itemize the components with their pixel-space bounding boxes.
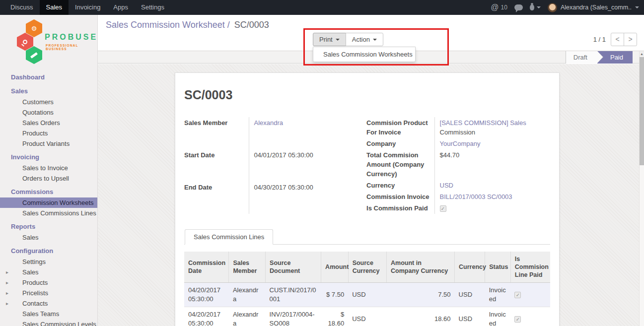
pager: 1 / 1 < >: [593, 33, 637, 46]
cell-sales-member: Alexandra: [229, 283, 266, 307]
scrollbar-up-arrow-icon[interactable]: ▲: [640, 51, 644, 57]
field-value-commission-product-link[interactable]: [SALES COMMISSION] Sales: [440, 119, 526, 127]
cell-company-amount: 18.60: [387, 307, 455, 326]
sidebar-nav: Dashboard Sales Customers Quotations Sal…: [0, 65, 97, 326]
sidebar-item-commission-worksheets[interactable]: Commission Worksheets: [0, 197, 97, 208]
cell-amount: $ 18.60: [321, 307, 349, 326]
col-header-currency[interactable]: Currency: [455, 252, 485, 283]
status-step-draft[interactable]: Draft: [566, 51, 597, 64]
field-group-right: Commision Product For Invoice [SALES COM…: [366, 117, 550, 214]
chevron-right-icon: ▸: [6, 277, 8, 288]
sidebar-item-config-sales[interactable]: ▸ Sales: [0, 267, 97, 277]
col-header-amount[interactable]: Amount: [321, 252, 349, 283]
col-header-amount-company-currency[interactable]: Amount in Company Currency: [387, 252, 455, 283]
topbar-menu-discuss[interactable]: Discuss: [4, 0, 40, 15]
cell-source-currency: USD: [348, 283, 386, 307]
breadcrumb-current: SC/0003: [234, 20, 269, 30]
action-button[interactable]: Action: [346, 33, 383, 46]
sidebar-item-contacts[interactable]: ▸ Contacts: [0, 298, 97, 309]
sidebar-item-dashboard[interactable]: Dashboard: [0, 71, 97, 83]
sidebar-item-sales-orders[interactable]: Sales Orders: [0, 118, 97, 128]
line-paid-checkbox[interactable]: ✓: [514, 292, 521, 298]
col-header-source-currency[interactable]: Source Currency: [348, 252, 386, 283]
sidebar-section-configuration[interactable]: Configuration: [0, 245, 97, 257]
sidebar-item-config-products[interactable]: ▸ Products: [0, 277, 97, 288]
main-area: Sales Commission Worksheet / SC/0003 Pri…: [98, 15, 644, 326]
pager-text: 1 / 1: [593, 36, 606, 43]
breadcrumb: Sales Commission Worksheet / SC/0003: [106, 20, 269, 30]
topbar-menu-sales[interactable]: Sales: [40, 0, 69, 15]
col-header-commission-date[interactable]: Commission Date: [184, 252, 229, 283]
pager-next-button[interactable]: >: [624, 33, 637, 46]
logo-name: PROBUSE: [45, 33, 98, 42]
col-header-status[interactable]: Status: [485, 252, 511, 283]
avatar: [548, 3, 557, 12]
sidebar-item-sales-commission-levels[interactable]: Sales Commission Levels: [0, 319, 97, 326]
sidebar-item-label: Sales: [22, 268, 39, 276]
print-button[interactable]: Print: [313, 33, 346, 46]
col-header-sales-member[interactable]: Sales Member: [229, 252, 266, 283]
at-icon: @: [491, 3, 499, 11]
chevron-right-icon: ▸: [6, 298, 8, 309]
sidebar-item-label: Contacts: [22, 300, 48, 307]
sidebar-section-invoicing[interactable]: Invoicing: [0, 151, 97, 163]
pager-previous-button[interactable]: <: [611, 33, 624, 46]
field-label-commission-invoice: Commission Invoice: [366, 191, 434, 202]
topbar-menu-apps[interactable]: Apps: [107, 0, 135, 15]
user-name: Alexandra (Sales_comm..: [561, 4, 632, 11]
field-value-commission-product-rest: Commission: [440, 129, 476, 136]
form-fields: Sales Member Alexandra Start Date 04/01/…: [184, 117, 550, 214]
field-value-sales-member[interactable]: Alexandra: [254, 119, 284, 127]
sidebar-item-label: Pricelists: [22, 289, 48, 297]
scrollbar-thumb[interactable]: [640, 57, 644, 165]
sidebar-item-label: Products: [22, 279, 48, 286]
user-menu[interactable]: Alexandra (Sales_comm..: [548, 3, 639, 12]
sidebar-section-reports[interactable]: Reports: [0, 221, 97, 232]
topbar-menu-settings[interactable]: Settings: [135, 0, 171, 15]
sidebar-item-quotations[interactable]: Quotations: [0, 107, 97, 118]
chat-bubble-icon[interactable]: [514, 4, 523, 10]
sidebar-section-sales[interactable]: Sales: [0, 85, 97, 97]
sidebar-item-products[interactable]: Products: [0, 128, 97, 138]
chevron-down-icon: [537, 6, 541, 8]
tab-sales-commission-lines[interactable]: Sales Commission Lines: [185, 229, 273, 245]
field-label-commission-product: Commision Product For Invoice: [366, 117, 434, 138]
status-steps: Draft Paid: [566, 51, 633, 64]
sidebar-section-commissions[interactable]: Commissions: [0, 186, 97, 197]
table-row[interactable]: 04/20/2017 05:30:00 Alexandra INV/2017/0…: [184, 307, 550, 326]
field-value-company[interactable]: YourCompany: [440, 140, 481, 147]
sidebar-item-settings[interactable]: Settings: [0, 257, 97, 267]
chevron-down-icon: [635, 6, 639, 8]
logo-tagline: PROFESSIONAL BUSINESS: [46, 44, 97, 51]
col-header-source-document[interactable]: Source Document: [266, 252, 321, 283]
sidebar-item-product-variants[interactable]: Product Variants: [0, 138, 97, 149]
sidebar-item-sales-to-invoice[interactable]: Sales to Invoice: [0, 163, 97, 173]
field-value-total-commission: $44.70: [434, 149, 550, 180]
sidebar-item-sales-teams[interactable]: Sales Teams: [0, 309, 97, 319]
sidebar-item-reports-sales[interactable]: Sales: [0, 232, 97, 243]
line-paid-checkbox[interactable]: ✓: [514, 316, 521, 323]
field-label-company: Company: [366, 138, 434, 149]
cell-line-paid: ✓: [510, 307, 550, 326]
breadcrumb-link[interactable]: Sales Commission Worksheet /: [106, 20, 230, 30]
table-row[interactable]: 04/20/2017 05:30:00 Alexandra CUST.IN/20…: [184, 283, 550, 307]
sidebar-item-orders-to-upsell[interactable]: Orders to Upsell: [0, 173, 97, 184]
debug-menu[interactable]: [530, 4, 541, 10]
field-label-is-commission-paid: Is Commission Paid: [366, 202, 434, 214]
sidebar-item-customers[interactable]: Customers: [0, 97, 97, 107]
cell-currency: USD: [455, 307, 485, 326]
topbar-menu-invoicing[interactable]: Invoicing: [69, 0, 107, 15]
cell-commission-date: 04/20/2017 05:30:00: [184, 307, 229, 326]
field-value-currency[interactable]: USD: [440, 182, 453, 189]
col-header-is-commission-line-paid[interactable]: Is Commision Line Paid: [510, 252, 550, 283]
topbar: Discuss Sales Invoicing Apps Settings @ …: [0, 0, 644, 15]
vertical-scrollbar[interactable]: ▲: [639, 51, 644, 326]
sidebar-item-pricelists[interactable]: ▸ Pricelists: [0, 288, 97, 298]
caret-down-icon: [336, 39, 340, 41]
dropdown-item-sales-commission-worksheets[interactable]: Sales Commission Worksheets: [313, 47, 415, 62]
is-commission-paid-checkbox[interactable]: ✓: [440, 205, 446, 212]
mentions-counter[interactable]: @ 10: [491, 3, 507, 11]
field-value-commission-invoice[interactable]: BILL/2017/0003 SC/0003: [440, 193, 512, 200]
cell-source-document: INV/2017/0004-SO008: [266, 307, 321, 326]
sidebar-item-sales-commissions-lines[interactable]: Sales Commissions Lines: [0, 208, 97, 218]
